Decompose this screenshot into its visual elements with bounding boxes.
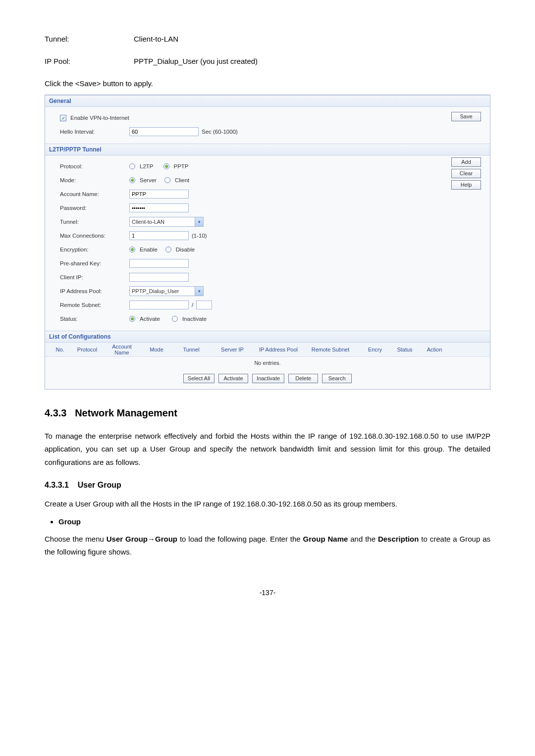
section-para: To manage the enterprise network effecti… xyxy=(45,430,490,469)
col-remotesubnet: Remote Subnet xyxy=(301,347,360,353)
col-ippool: IP Address Pool xyxy=(256,347,301,353)
add-button[interactable]: Add xyxy=(451,157,481,167)
col-mode: Mode xyxy=(139,347,174,353)
table-header: No. Protocol Account Name Mode Tunnel Se… xyxy=(45,343,490,356)
hello-interval-hint: Sec (60-1000) xyxy=(202,129,238,135)
account-input[interactable] xyxy=(129,190,189,199)
intro-tunnel-value: Client-to-LAN xyxy=(134,35,178,43)
col-status: Status xyxy=(390,347,420,353)
protocol-pptp-radio[interactable] xyxy=(163,163,169,169)
mode-server-text: Server xyxy=(140,177,157,183)
bullet-list: Group xyxy=(45,517,490,526)
tunnel-heading: L2TP/PPTP Tunnel xyxy=(45,144,490,155)
mode-label: Mode: xyxy=(45,177,129,183)
clear-button[interactable]: Clear xyxy=(451,169,481,178)
remotesubnet-mask-input[interactable] xyxy=(196,301,212,309)
mode-client-text: Client xyxy=(175,177,189,183)
list-body: No. Protocol Account Name Mode Tunnel Se… xyxy=(45,343,490,389)
protocol-l2tp-text: L2TP xyxy=(140,163,154,169)
page-number: -137- xyxy=(45,589,490,597)
ippool-select[interactable]: PPTP_Dialup_User ▾ xyxy=(129,286,204,296)
tunnel-select-value: Client-to-LAN xyxy=(132,219,164,225)
no-entries: No entries. xyxy=(45,356,490,369)
intro-ippool-value: PPTP_Dialup_User (you just created) xyxy=(134,57,258,65)
status-activate-radio[interactable] xyxy=(129,316,135,322)
clientip-input[interactable] xyxy=(129,273,189,282)
status-inactivate-radio[interactable] xyxy=(172,316,178,322)
encryption-enable-text: Enable xyxy=(140,247,158,252)
encryption-label: Encryption: xyxy=(45,247,129,252)
config-panel: General Save ✓ Enable VPN-to-Internet He… xyxy=(45,95,490,390)
password-label: Password: xyxy=(45,205,129,211)
col-action: Action xyxy=(420,347,449,353)
delete-button[interactable]: Delete xyxy=(288,374,318,383)
activate-button[interactable]: Activate xyxy=(218,374,248,383)
col-account: Account Name xyxy=(105,344,139,355)
account-label: Account Name: xyxy=(45,191,129,197)
encryption-enable-radio[interactable] xyxy=(129,247,135,252)
list-heading: List of Configurations xyxy=(45,331,490,343)
remotesubnet-label: Remote Subnet: xyxy=(45,302,129,308)
status-label: Status: xyxy=(45,316,129,322)
section-number: 4.3.3 xyxy=(45,407,66,418)
tunnel-body: Add Clear Help Protocol: L2TP PPTP Mode:… xyxy=(45,155,490,331)
intro-ippool-label: IP Pool: xyxy=(45,57,134,65)
enable-vpn-checkbox[interactable]: ✓ xyxy=(60,115,66,121)
ippool-select-value: PPTP_Dialup_User xyxy=(132,288,179,294)
encryption-disable-text: Disable xyxy=(176,247,195,252)
maxconn-input[interactable] xyxy=(129,231,189,240)
intro-tunnel-label: Tunnel: xyxy=(45,35,134,43)
tunnel-field-label: Tunnel: xyxy=(45,219,129,225)
search-button[interactable]: Search xyxy=(322,374,352,383)
section-title: Network Management xyxy=(75,407,177,418)
intro-ippool-row: IP Pool: PPTP_Dialup_User (you just crea… xyxy=(45,57,490,65)
col-tunnel: Tunnel xyxy=(174,347,209,353)
hello-interval-label: Hello Interval: xyxy=(45,129,129,135)
remotesubnet-sep: / xyxy=(192,302,193,308)
hello-interval-input[interactable] xyxy=(129,127,199,136)
general-heading: General xyxy=(45,95,490,107)
col-serverip: Server IP xyxy=(209,347,256,353)
select-all-button[interactable]: Select All xyxy=(183,374,214,383)
subsection-para: Create a User Group with all the Hosts i… xyxy=(45,498,490,510)
intro-note: Click the <Save> button to apply. xyxy=(45,79,490,88)
save-button[interactable]: Save xyxy=(451,112,481,121)
protocol-label: Protocol: xyxy=(45,163,129,169)
section-heading: 4.3.3 Network Management xyxy=(45,407,490,419)
remotesubnet-input[interactable] xyxy=(129,301,189,309)
psk-label: Pre-shared Key: xyxy=(45,260,129,266)
enable-vpn-label: Enable VPN-to-Internet xyxy=(70,115,129,121)
status-inactivate-text: Inactivate xyxy=(182,316,207,322)
subsection-number: 4.3.3.1 xyxy=(45,481,69,489)
protocol-pptp-text: PPTP xyxy=(174,163,189,169)
clientip-label: Client IP: xyxy=(45,274,129,280)
bullet-para: Choose the menu User Group→Group to load… xyxy=(45,533,490,559)
subsection-title: User Group xyxy=(78,481,121,489)
bullet-group: Group xyxy=(58,517,490,526)
maxconn-hint: (1-10) xyxy=(192,233,207,239)
general-body: Save ✓ Enable VPN-to-Internet Hello Inte… xyxy=(45,107,490,144)
tunnel-select[interactable]: Client-to-LAN ▾ xyxy=(129,217,204,227)
password-input[interactable] xyxy=(129,203,189,212)
chevron-down-icon: ▾ xyxy=(195,287,203,296)
table-button-bar: Select All Activate Inactivate Delete Se… xyxy=(45,369,490,389)
mode-client-radio[interactable] xyxy=(164,177,170,183)
status-activate-text: Activate xyxy=(140,316,160,322)
maxconn-label: Max Connections: xyxy=(45,233,129,239)
protocol-l2tp-radio[interactable] xyxy=(129,163,135,169)
subsection-heading: 4.3.3.1 User Group xyxy=(45,481,490,490)
mode-server-radio[interactable] xyxy=(129,177,135,183)
col-protocol: Protocol xyxy=(70,347,105,353)
inactivate-button[interactable]: Inactivate xyxy=(252,374,284,383)
help-button[interactable]: Help xyxy=(451,180,481,190)
intro-tunnel-row: Tunnel: Client-to-LAN xyxy=(45,35,490,43)
ippool-field-label: IP Address Pool: xyxy=(45,288,129,294)
col-encry: Encry xyxy=(360,347,390,353)
col-no: No. xyxy=(50,347,70,353)
encryption-disable-radio[interactable] xyxy=(165,247,171,252)
chevron-down-icon: ▾ xyxy=(195,217,203,226)
psk-input[interactable] xyxy=(129,259,189,268)
